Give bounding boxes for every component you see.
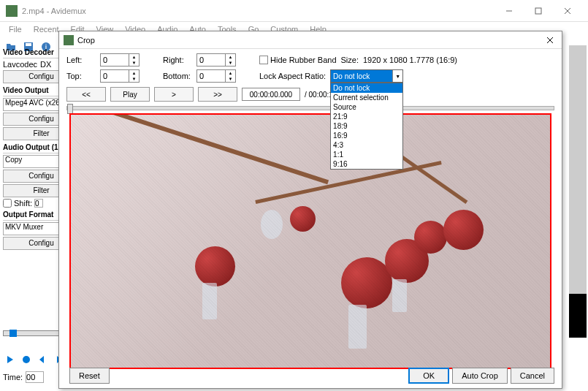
nav-play-button[interactable]: Play — [110, 87, 150, 102]
right-spinner[interactable]: ▲▼ — [226, 53, 236, 67]
lock-aspect-list: Do not lock Current selection Source 21:… — [330, 83, 403, 170]
hide-rubber-checkbox[interactable]: Hide Rubber Band — [259, 56, 337, 64]
titlebar: 2.mp4 - Avidemux — [0, 0, 588, 22]
hide-rubber-label: Hide Rubber Band — [270, 56, 337, 64]
lock-option[interactable]: 21:9 — [331, 112, 402, 121]
lock-option[interactable]: 9:16 — [331, 159, 402, 169]
lock-aspect-label: Lock Aspect Ratio: — [259, 72, 326, 80]
window-title: 2.mp4 - Avidemux — [22, 7, 495, 15]
shift-input[interactable] — [34, 199, 43, 208]
size-label: Size: — [341, 56, 359, 64]
dialog-titlebar: Crop — [59, 31, 562, 49]
svg-rect-1 — [535, 8, 541, 14]
autocrop-button[interactable]: Auto Crop — [452, 368, 508, 384]
top-input[interactable] — [100, 69, 129, 83]
right-input[interactable] — [196, 53, 226, 67]
ok-button[interactable]: OK — [408, 368, 449, 384]
maximize-button[interactable] — [524, 1, 553, 21]
dialog-close-button[interactable] — [543, 33, 557, 48]
chevron-down-icon: ▼ — [392, 70, 402, 82]
cancel-button[interactable]: Cancel — [511, 368, 554, 384]
lock-option[interactable]: Source — [331, 102, 402, 112]
lock-option[interactable]: 1:1 — [331, 150, 402, 159]
lock-aspect-dropdown[interactable]: Do not lock ▼ Do not lock Current select… — [330, 69, 403, 83]
lock-aspect-selected: Do not lock — [331, 70, 392, 82]
timeline-thumb[interactable] — [9, 330, 17, 337]
lock-option[interactable]: 16:9 — [331, 131, 402, 140]
slider-thumb[interactable] — [67, 104, 73, 114]
crop-preview[interactable] — [69, 113, 551, 369]
dialog-icon — [64, 35, 74, 45]
play-icon[interactable] — [3, 352, 18, 367]
size-value: 1920 x 1080 1.7778 (16:9) — [363, 56, 457, 64]
preview-slider[interactable] — [66, 106, 554, 110]
lock-option[interactable]: Current selection — [331, 93, 402, 102]
time-input[interactable] — [26, 371, 44, 383]
close-button[interactable] — [553, 1, 582, 21]
svg-marker-9 — [7, 356, 13, 363]
left-spinner[interactable]: ▲▼ — [129, 53, 140, 67]
nav-fwd-button[interactable]: > — [154, 87, 194, 102]
lock-option[interactable]: Do not lock — [331, 83, 402, 93]
decoder-codec: Lavcodec — [3, 60, 37, 69]
prev-frame-icon[interactable] — [35, 352, 50, 367]
decoder-dx: DX — [40, 60, 51, 69]
lock-option[interactable]: 4:3 — [331, 140, 402, 150]
time-display: Time: — [3, 371, 44, 383]
nav-ffwd-button[interactable]: >> — [198, 87, 237, 102]
left-input[interactable] — [100, 53, 129, 67]
svg-point-10 — [23, 356, 30, 363]
top-spinner[interactable]: ▲▼ — [129, 69, 140, 83]
crop-dialog: Crop Left: ▲▼ Right: ▲▼ Hide Rubber Band… — [58, 31, 562, 389]
app-icon — [6, 5, 18, 17]
shift-label: Shift: — [14, 199, 32, 208]
video-preview-sliver — [569, 45, 587, 338]
menu-file[interactable]: File — [3, 23, 28, 35]
bottom-label: Bottom: — [163, 72, 192, 80]
dialog-title: Crop — [77, 36, 543, 45]
svg-marker-11 — [39, 356, 44, 363]
top-label: Top: — [66, 72, 96, 80]
dialog-footer: Reset OK Auto Crop Cancel — [66, 368, 554, 384]
right-label: Right: — [163, 56, 192, 64]
nav-back-button[interactable]: << — [66, 87, 106, 102]
bottom-spinner[interactable]: ▲▼ — [226, 69, 236, 83]
shift-checkbox[interactable] — [3, 199, 12, 208]
left-label: Left: — [66, 56, 96, 64]
time-current-input[interactable] — [242, 88, 300, 101]
bottom-input[interactable] — [196, 69, 226, 83]
stop-icon[interactable] — [19, 352, 34, 367]
lock-option[interactable]: 18:9 — [331, 121, 402, 131]
time-label: Time: — [3, 373, 23, 381]
reset-button[interactable]: Reset — [69, 368, 110, 384]
minimize-button[interactable] — [495, 1, 524, 21]
